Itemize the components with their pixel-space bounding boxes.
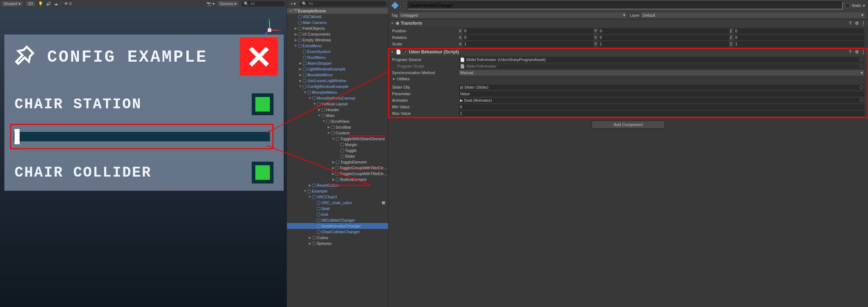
slider-handle[interactable] xyxy=(15,129,20,144)
object-picker-icon[interactable] xyxy=(860,85,863,89)
scene-search[interactable]: 🔍 All xyxy=(242,1,285,7)
hierarchy-item[interactable]: ChairColliderChanger xyxy=(287,229,388,235)
light-icon[interactable]: 💡 xyxy=(38,1,43,6)
position-x[interactable] xyxy=(463,28,593,34)
close-button[interactable] xyxy=(240,37,278,76)
gizmos-dropdown[interactable]: Gizmos ▾ xyxy=(218,1,239,7)
hierarchy-item[interactable]: VRCWorld xyxy=(287,14,388,20)
hierarchy-item[interactable]: RootMenu xyxy=(287,54,388,60)
hierarchy-item[interactable]: ConfigWindowExample xyxy=(287,84,388,89)
object-picker-icon[interactable] xyxy=(860,64,863,68)
hierarchy-item[interactable]: ToggleGroupWithTitleElement xyxy=(287,171,388,177)
tag-dropdown[interactable]: Untagged▾ xyxy=(399,12,627,18)
component-header-transform[interactable]: ▼ ⊕ Transform ? ⚙ ⋮ xyxy=(388,20,868,27)
hierarchy-item[interactable]: SeatAnimatorChanger xyxy=(287,223,388,229)
hierarchy-item[interactable]: Spheres xyxy=(287,241,388,246)
scene-root[interactable]: 🎬 ExampleScene xyxy=(287,8,388,14)
hierarchy-item[interactable]: ToggleElement xyxy=(287,159,388,165)
toggle-chair-station[interactable] xyxy=(252,93,273,115)
static-checkbox[interactable] xyxy=(845,3,850,8)
scale-z[interactable] xyxy=(734,41,864,47)
component-header-udon[interactable]: ▼ 📄 Udon Behaviour (Script) ? ⚙ ⋮ xyxy=(388,48,868,56)
program-script-field[interactable]: 📄 SliderToAnimator xyxy=(459,64,864,69)
item-label: Header xyxy=(326,108,339,112)
help-icon[interactable]: ? xyxy=(848,49,853,54)
animator-field[interactable]: ▶ Seat (Animator) xyxy=(459,98,864,103)
camera-icon[interactable]: 📷 ▾ xyxy=(206,1,215,6)
static-dropdown[interactable]: Static ▾ xyxy=(845,3,865,8)
hierarchy-item[interactable]: VRC_chair_udon▦ xyxy=(287,200,388,206)
hierarchy-item[interactable]: ToggleWithSliderElement xyxy=(287,136,388,142)
parameter-input[interactable] xyxy=(459,91,864,97)
hierarchy-item[interactable]: Empty Windows xyxy=(287,37,388,43)
audio-icon[interactable]: 🔊 xyxy=(46,1,51,6)
hierarchy-item[interactable]: FieldObjects xyxy=(287,25,388,31)
position-z[interactable] xyxy=(734,28,864,34)
hierarchy-item[interactable]: MovableMenu xyxy=(287,89,388,95)
layer-dropdown[interactable]: Default▾ xyxy=(641,12,865,18)
hierarchy-search[interactable]: 🔍 All xyxy=(300,1,387,7)
hierarchy-item[interactable]: ExtraMenu xyxy=(287,43,388,49)
hierarchy-item[interactable]: ResetButton xyxy=(287,182,388,188)
preset-icon[interactable]: ⚙ xyxy=(854,21,859,26)
menu-icon[interactable]: ⋮ xyxy=(861,49,866,54)
hierarchy-item[interactable]: LightWindowExample xyxy=(287,66,388,72)
hierarchy-item[interactable]: ToggleGroupWithTitleElement xyxy=(287,165,388,171)
hierarchy-item[interactable]: Main Camera xyxy=(287,20,388,25)
preset-icon[interactable]: ⚙ xyxy=(854,49,859,54)
hierarchy-item[interactable]: VRCChair3 xyxy=(287,194,388,200)
hierarchy-item[interactable]: AlarmStopper xyxy=(287,60,388,66)
hierarchy-item[interactable]: Main xyxy=(287,113,388,118)
object-picker-icon[interactable] xyxy=(860,98,863,102)
rotation-z[interactable] xyxy=(734,35,864,40)
svg-rect-40 xyxy=(317,213,321,217)
toggle-chair-collider[interactable] xyxy=(252,162,273,183)
hierarchy-item[interactable]: Margin xyxy=(287,142,388,148)
hierarchy-item[interactable]: Scrollbar xyxy=(287,124,388,130)
hierarchy-item[interactable]: Cubes xyxy=(287,235,388,241)
help-icon[interactable]: ? xyxy=(848,21,853,26)
hierarchy-item[interactable]: Example xyxy=(287,188,388,194)
hierarchy-item[interactable]: ScrollView xyxy=(287,118,388,124)
hierarchy-item[interactable]: Seat xyxy=(287,206,388,211)
gameobject-name-input[interactable] xyxy=(408,1,843,9)
rotation-x[interactable] xyxy=(463,35,593,40)
hierarchy-item[interactable]: ButtonElement xyxy=(287,177,388,182)
mode-2d-toggle[interactable]: 2D xyxy=(26,1,35,6)
hierarchy-item[interactable]: Exit xyxy=(287,211,388,217)
max-value-input[interactable] xyxy=(459,111,864,116)
position-y[interactable] xyxy=(598,28,729,34)
scale-y[interactable] xyxy=(598,41,729,47)
hierarchy-item[interactable]: Toggle xyxy=(287,148,388,153)
min-value-input[interactable] xyxy=(459,104,864,110)
hierarchy-item[interactable]: MovableMenuCanvas xyxy=(287,95,388,101)
hierarchy-item[interactable]: Header xyxy=(287,107,388,113)
add-component-button[interactable]: Add Component xyxy=(592,121,665,129)
config-slider[interactable] xyxy=(10,124,273,149)
hierarchy-item[interactable]: MovableMirror xyxy=(287,72,388,78)
hierarchy-item[interactable]: EventSystem xyxy=(287,49,388,54)
svg-rect-35 xyxy=(312,183,316,187)
hierarchy-item[interactable]: SitColliderChanger xyxy=(287,217,388,223)
menu-icon[interactable]: ⋮ xyxy=(861,21,866,26)
object-picker-icon[interactable] xyxy=(860,58,863,61)
hierarchy-item[interactable]: Content xyxy=(287,130,388,136)
component-enabled-checkbox[interactable] xyxy=(403,50,407,54)
slider-obj-field[interactable]: ⊟ Slider (Slider) xyxy=(459,85,864,90)
program-source-field[interactable]: 📄 SliderToAnimator (UdonSharpProgramAsse… xyxy=(459,57,864,62)
hidden-icon[interactable]: 👁 0 xyxy=(64,1,71,6)
gameobject-icon[interactable] xyxy=(391,2,399,9)
utilities-foldout[interactable]: ▶ Utilities xyxy=(391,76,866,82)
svg-rect-46 xyxy=(391,2,399,9)
scale-x[interactable] xyxy=(463,41,593,47)
hierarchy-item[interactable]: Slider xyxy=(287,153,388,159)
sync-method-dropdown[interactable]: Manual▾ xyxy=(459,70,864,76)
active-checkbox[interactable] xyxy=(401,3,406,8)
shading-dropdown[interactable]: Shaded ▾ xyxy=(1,1,23,7)
rotation-y[interactable] xyxy=(598,35,729,40)
hierarchy-item[interactable]: UI Components xyxy=(287,31,388,37)
hierarchy-item[interactable]: JoinLeaveLogWindow xyxy=(287,78,388,84)
create-button[interactable]: + ▾ xyxy=(288,1,298,7)
hierarchy-item[interactable]: Vertical Layout xyxy=(287,101,388,107)
fx-icon[interactable]: ☁ xyxy=(54,1,58,6)
